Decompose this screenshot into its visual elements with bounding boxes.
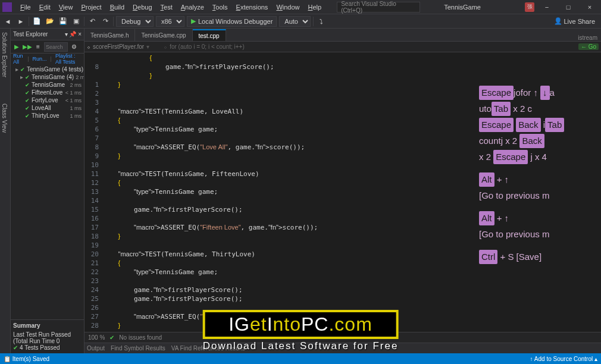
menu-build[interactable]: Build — [107, 2, 128, 12]
back-icon[interactable]: ◄ — [2, 16, 13, 27]
runall-icon[interactable]: ▶▶ — [23, 42, 32, 52]
filter-link[interactable]: Run All — [13, 53, 24, 65]
list-icon[interactable]: ≡ — [33, 42, 43, 52]
menu-view[interactable]: View — [55, 2, 77, 12]
filter-link[interactable]: Playlist : All Tests — [55, 53, 82, 65]
test-item[interactable]: ✔FortyLove< 1 ms — [11, 96, 84, 104]
sidebar-tabs: Solution ExplorerClass View — [0, 29, 11, 353]
summary-panel: Summary Last Test Run Passed (Total Run … — [11, 319, 84, 353]
editor-tab[interactable]: TennisGame.cpp — [135, 29, 192, 41]
test-tree: ▸✔TennisGame (4 tests)▸✔TennisGame (4)2 … — [11, 64, 84, 319]
close-icon[interactable]: × — [581, 1, 599, 13]
search-tests-input[interactable] — [44, 42, 68, 52]
menu-analyze[interactable]: Analyze — [177, 2, 208, 12]
test-item[interactable]: ✔TennisGame2 ms — [11, 81, 84, 89]
menu-extensions[interactable]: Extensions — [233, 2, 272, 12]
pin-icon[interactable]: ▾ 📌 × — [65, 31, 82, 37]
output-tab[interactable]: Find Symbol Results — [111, 345, 165, 352]
step-icon[interactable]: ⤵ — [316, 16, 327, 27]
platform-select[interactable]: x86 — [156, 16, 184, 27]
forward-icon[interactable]: ► — [15, 16, 26, 27]
test-item[interactable]: ✔FifteenLove< 1 ms — [11, 89, 84, 96]
search-input[interactable]: Search Visual Studio (Ctrl+Q) — [337, 2, 420, 12]
filter-bar: Run All|Run...|Playlist : All Tests — [11, 54, 84, 64]
editor-tab[interactable]: test.cpp — [193, 29, 226, 41]
start-debug-button[interactable]: ▶Local Windows Debugger — [187, 16, 277, 27]
redo-icon[interactable]: ↷ — [100, 16, 111, 27]
auto-select[interactable]: Auto — [279, 16, 311, 27]
main-menu: FileEditViewProjectBuildDebugTestAnalyze… — [17, 2, 325, 12]
explorer-toolbar: ▶ ▶▶ ≡ ⚙ — [11, 40, 84, 54]
undo-icon[interactable]: ↶ — [87, 16, 98, 27]
menu-project[interactable]: Project — [77, 2, 105, 12]
app-title: TennisGame — [444, 4, 481, 11]
test-item[interactable]: ✔ThirtyLove1 ms — [11, 112, 84, 120]
menu-tools[interactable]: Tools — [209, 2, 231, 12]
menu-debug[interactable]: Debug — [129, 2, 155, 12]
sidetab[interactable]: Solution Explorer — [0, 31, 10, 79]
test-explorer-panel: Test Explorer ▾ 📌 × ▶ ▶▶ ≡ ⚙ Run All|Run… — [11, 29, 84, 353]
menu-edit[interactable]: Edit — [36, 2, 54, 12]
filter-link[interactable]: Run... — [33, 56, 47, 62]
minimize-icon[interactable]: − — [538, 1, 556, 13]
user-avatar[interactable]: 張 — [525, 2, 534, 12]
statusbar: 📋 Item(s) Saved ↑ Add to Source Control … — [0, 353, 601, 364]
panel-header: Test Explorer ▾ 📌 × — [11, 29, 84, 40]
test-item[interactable]: ▸✔TennisGame (4)2 ms — [11, 73, 84, 81]
open-icon[interactable]: 📂 — [45, 16, 55, 27]
editor-tab[interactable]: TennisGame.h — [84, 29, 135, 41]
test-item[interactable]: ✔LoveAll1 ms — [11, 104, 84, 112]
run-icon[interactable]: ▶ — [12, 42, 21, 52]
menu-file[interactable]: File — [17, 2, 35, 12]
scope-icon: ⬦ — [87, 43, 90, 50]
filter-icon[interactable]: ⚙ — [69, 42, 79, 52]
config-select[interactable]: Debug — [116, 16, 154, 27]
watermark: IGetIntoPC.com Download Latest Software … — [203, 310, 399, 352]
source-control-button[interactable]: ↑ Add to Source Control ▴ — [530, 356, 597, 362]
go-button[interactable]: ← Go — [578, 43, 599, 50]
context-label: istream — [574, 34, 601, 41]
keystroke-overlay: Escapejofor ↑ ↓autoTab x 2 cEscape Back … — [479, 86, 595, 272]
nav-bar[interactable]: ⬦ scoreFirstPlayer.for ▾ ⬦ for (auto i =… — [84, 42, 601, 52]
toolbar: ◄ ► 📄 📂 💾 ▣ ↶ ↷ Debug x86 ▶Local Windows… — [0, 14, 601, 29]
liveshare-button[interactable]: 👤 Live Share — [550, 17, 599, 25]
saveall-icon[interactable]: ▣ — [71, 16, 82, 27]
titlebar: FileEditViewProjectBuildDebugTestAnalyze… — [0, 0, 601, 14]
menu-window[interactable]: Window — [273, 2, 303, 12]
test-item[interactable]: ▸✔TennisGame (4 tests) — [11, 65, 84, 73]
save-icon[interactable]: 💾 — [58, 16, 68, 27]
editor-tabs: TennisGame.hTennisGame.cpptest.cpp istre… — [84, 29, 601, 42]
menu-help[interactable]: Help — [305, 2, 325, 12]
sidetab[interactable]: Class View — [0, 102, 10, 134]
maximize-icon[interactable]: □ — [559, 1, 577, 13]
vs-logo-icon — [2, 2, 12, 12]
output-tab[interactable]: Output — [87, 345, 105, 352]
new-icon[interactable]: 📄 — [32, 16, 42, 27]
menu-test[interactable]: Test — [157, 2, 176, 12]
